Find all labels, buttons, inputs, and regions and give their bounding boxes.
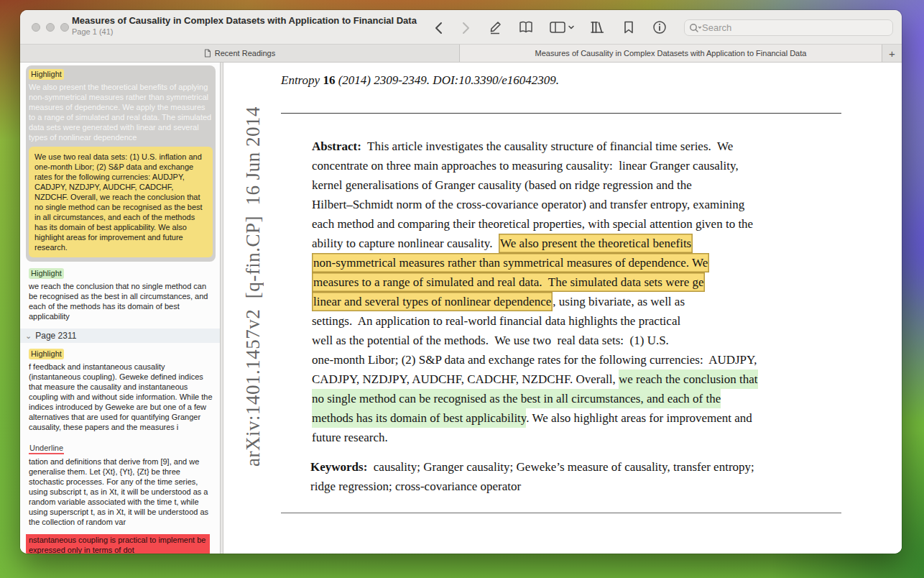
annotation-list: HighlightWe also present the theoretical…	[20, 63, 220, 554]
annotations-sidebar: HighlightWe also present the theoretical…	[20, 63, 220, 554]
tab-label: Measures of Causality in Complex Dataset…	[535, 49, 807, 58]
close-button[interactable]	[32, 23, 40, 32]
abstract-block: Abstract: This article investigates the …	[312, 137, 758, 447]
library-icon[interactable]	[589, 18, 606, 37]
annotation-type-label: Highlight	[29, 69, 64, 80]
annotation-type-label: Highlight	[29, 349, 64, 359]
keywords-block: Keywords: causality; Granger causality; …	[310, 457, 754, 496]
annotate-pen-icon[interactable]	[486, 18, 504, 37]
annotation-note[interactable]: We use two real data sets: (1) U.S. infl…	[29, 147, 213, 257]
minimize-button[interactable]	[46, 23, 55, 32]
document-pane: arXiv:1401.1457v2 [q-fin.CP] 16 Jun 2014…	[223, 63, 902, 554]
info-icon[interactable]	[651, 18, 668, 37]
reader-book-icon[interactable]	[517, 18, 535, 37]
page-indicator: Page 1 (41)	[72, 27, 417, 36]
zoom-button[interactable]	[60, 23, 69, 32]
annotation-item[interactable]: Highlightwe reach the conclusion that no…	[26, 265, 216, 326]
doc-line: ridge regression; cross-covariance opera…	[310, 477, 754, 496]
annotation-red-highlight[interactable]: nstantaneous coupling is practical to im…	[26, 534, 210, 554]
journal-citation: Entropy 16 (2014) 2309-2349. DOI:10.3390…	[281, 73, 559, 88]
rule-top	[281, 113, 841, 114]
arxiv-stamp: arXiv:1401.1457v2 [q-fin.CP] 16 Jun 2014	[236, 64, 269, 467]
content-area: HighlightWe also present the theoretical…	[20, 63, 902, 554]
traffic-lights	[32, 23, 69, 32]
pdf-page: arXiv:1401.1457v2 [q-fin.CP] 16 Jun 2014…	[223, 63, 902, 554]
tab-recent-readings[interactable]: Recent Readings	[20, 45, 460, 62]
annotation-text: We also present the theoretical benefits…	[29, 82, 213, 142]
annotation-type-label: Highlight	[29, 268, 64, 279]
annotation-item[interactable]: HighlightWe also present the theoretical…	[26, 65, 216, 262]
search-icon	[689, 23, 702, 33]
doc-line: Abstract: This article investigates the …	[312, 137, 758, 156]
doc-line: Keywords: causality; Granger causality; …	[310, 457, 754, 477]
doc-line: non-symmetrical measures rather than sym…	[312, 253, 758, 272]
doc-line: settings. An application to real-world f…	[312, 311, 758, 331]
search-input[interactable]	[702, 22, 888, 33]
annotation-text: tation and definitions that derive from …	[29, 457, 213, 527]
doc-line: Hilbert–Schmidt norm of the cross-covari…	[312, 195, 758, 214]
tab-bar: Recent Readings Measures of Causality in…	[20, 45, 902, 63]
doc-line: one-month Libor; (2) S&P data and exchan…	[312, 350, 758, 370]
doc-line: concentrate on three main approaches to …	[312, 156, 758, 175]
app-window: Measures of Causality in Complex Dataset…	[20, 10, 902, 554]
search-field[interactable]	[684, 19, 893, 36]
doc-line: linear and several types of nonlinear de…	[312, 292, 758, 311]
annotation-item[interactable]: Underlinetation and definitions that der…	[26, 439, 216, 531]
window-title: Measures of Causality in Complex Dataset…	[72, 15, 417, 26]
chevron-down-icon: ⌄	[25, 332, 32, 339]
doc-line: ability to capture nonlinear causality. …	[312, 234, 758, 253]
section-label: Page 2311	[35, 331, 76, 341]
bookmark-icon[interactable]	[620, 18, 637, 37]
annotation-type-label: Underline	[29, 443, 64, 454]
back-icon[interactable]	[430, 19, 447, 37]
doc-line: well as the potential of the methods. We…	[312, 331, 758, 350]
forward-icon[interactable]	[457, 19, 474, 37]
annotation-text: f feedback and instantaneous causality (…	[29, 362, 213, 432]
sidebar-section-header[interactable]: ⌄Page 2311	[20, 329, 220, 343]
window-title-block: Measures of Causality in Complex Dataset…	[72, 15, 417, 36]
doc-line: measures to a range of simulated and rea…	[312, 272, 758, 292]
rule-bottom	[281, 513, 841, 513]
title-bar: Measures of Causality in Complex Dataset…	[20, 10, 902, 45]
doc-line: CADJPY, NZDJPY, AUDCHF, CADCHF, NZDCHF. …	[312, 370, 758, 389]
doc-line: no single method can be recognised as th…	[312, 389, 758, 408]
document-icon	[204, 49, 211, 58]
new-tab-button[interactable]: +	[882, 45, 902, 62]
page-layout-icon[interactable]	[548, 18, 576, 37]
doc-line: kernel generalisations of Granger causal…	[312, 175, 758, 195]
annotation-item[interactable]: Highlightf feedback and instantaneous ca…	[26, 345, 216, 436]
annotation-text: we reach the conclusion that no single m…	[29, 281, 213, 321]
doc-line: future research.	[312, 428, 758, 447]
doc-line: each method and comparing their theoreti…	[312, 214, 758, 234]
doc-line: methods has its domain of best applicabi…	[312, 408, 758, 428]
tab-label: Recent Readings	[215, 49, 275, 58]
tab-document[interactable]: Measures of Causality in Complex Dataset…	[460, 45, 882, 62]
